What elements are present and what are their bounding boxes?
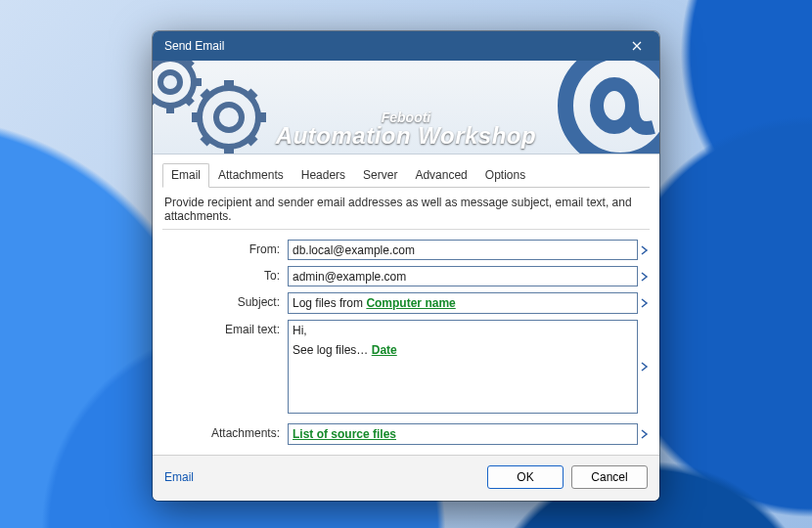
dialog-footer: Email OK Cancel (153, 455, 659, 501)
chevron-right-icon (641, 272, 649, 282)
svg-line-16 (203, 92, 209, 98)
subject-expand-button[interactable] (640, 292, 650, 314)
attachments-expand-button[interactable] (640, 423, 650, 445)
brand-line2: Automation Workshop (153, 123, 659, 148)
chevron-right-icon (641, 429, 649, 439)
help-link[interactable]: Email (164, 470, 194, 484)
svg-line-19 (248, 92, 254, 98)
from-expand-button[interactable] (640, 240, 650, 260)
attachments-label: Attachments: (162, 423, 288, 440)
subject-label: Subject: (162, 292, 288, 309)
row-subject: Subject: Log files from Computer name (162, 292, 650, 314)
cancel-button[interactable]: Cancel (571, 465, 648, 489)
divider (162, 229, 650, 230)
svg-line-8 (153, 98, 155, 104)
titlebar[interactable]: Send Email (153, 31, 659, 61)
token-computer-name[interactable]: Computer name (366, 296, 455, 310)
attachments-input[interactable]: List of source files (288, 423, 638, 445)
send-email-dialog: Send Email (153, 31, 659, 501)
tab-headers[interactable]: Headers (293, 163, 354, 188)
token-date[interactable]: Date (372, 343, 397, 357)
tab-options[interactable]: Options (476, 163, 534, 188)
emailtext-input[interactable]: Hi, See log files… Date (288, 320, 638, 414)
window-title: Send Email (164, 39, 622, 53)
close-icon (632, 41, 642, 51)
tab-email[interactable]: Email (162, 163, 209, 188)
svg-line-6 (153, 61, 155, 66)
tab-attachments[interactable]: Attachments (209, 163, 293, 188)
tab-server[interactable]: Server (354, 163, 406, 188)
ok-button[interactable]: OK (487, 465, 564, 489)
row-to: To: (162, 266, 650, 286)
svg-line-9 (186, 61, 192, 66)
close-button[interactable] (622, 34, 652, 58)
tab-advanced[interactable]: Advanced (406, 163, 475, 188)
brand-text: Febooti Automation Workshop (153, 110, 659, 148)
chevron-right-icon (641, 245, 649, 255)
token-source-files[interactable]: List of source files (293, 427, 396, 441)
row-attachments: Attachments: List of source files (162, 423, 650, 445)
client-area: Email Attachments Headers Server Advance… (153, 154, 659, 455)
from-input[interactable] (288, 240, 638, 260)
tab-strip: Email Attachments Headers Server Advance… (162, 162, 650, 188)
tab-description: Provide recipient and sender email addre… (162, 194, 650, 229)
to-expand-button[interactable] (640, 266, 650, 286)
subject-input[interactable]: Log files from Computer name (288, 292, 638, 314)
from-label: From: (162, 240, 288, 256)
row-emailtext: Email text: Hi, See log files… Date (162, 320, 650, 414)
svg-point-1 (160, 72, 180, 92)
emailtext-expand-button[interactable] (640, 320, 650, 414)
banner: Febooti Automation Workshop (153, 61, 659, 154)
chevron-right-icon (641, 362, 649, 372)
chevron-right-icon (641, 298, 649, 308)
to-input[interactable] (288, 266, 638, 286)
row-from: From: (162, 240, 650, 260)
emailtext-label: Email text: (162, 320, 288, 336)
to-label: To: (162, 266, 288, 283)
svg-line-7 (186, 98, 192, 104)
